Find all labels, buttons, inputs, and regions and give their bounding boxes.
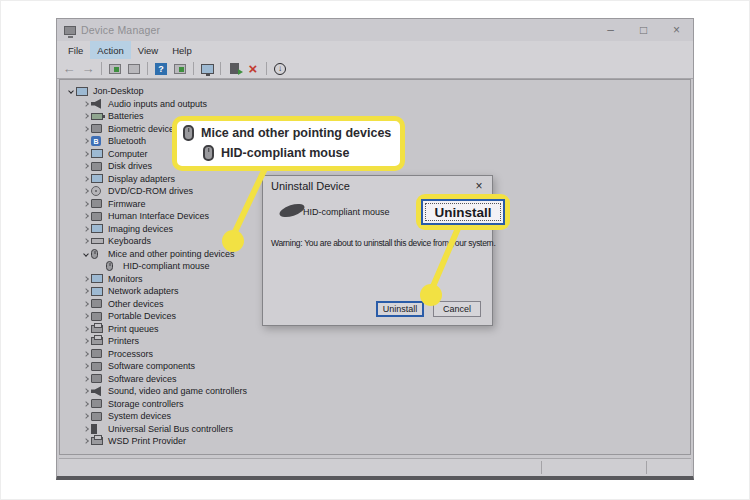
tree-item-label: Human Interface Devices: [106, 211, 209, 221]
forward-icon[interactable]: →: [80, 61, 96, 77]
chevron-right-icon[interactable]: [81, 127, 91, 131]
menu-action[interactable]: Action: [90, 41, 130, 59]
uninstall-icon[interactable]: ×: [245, 61, 261, 77]
chevron-right-icon[interactable]: [81, 377, 91, 381]
maximize-button[interactable]: □: [627, 19, 660, 41]
tree-item-storage-controllers[interactable]: Storage controllers: [60, 398, 690, 411]
cancel-button[interactable]: Cancel: [433, 301, 481, 317]
chevron-right-icon[interactable]: [81, 414, 91, 418]
back-icon[interactable]: ←: [61, 61, 77, 77]
software-icon: [91, 362, 106, 371]
chevron-down-icon[interactable]: [81, 252, 91, 256]
tree-item-audio-inputs-and-outputs[interactable]: Audio inputs and outputs: [60, 98, 690, 111]
chevron-right-icon[interactable]: [81, 339, 91, 343]
biometric-icon: [91, 124, 106, 133]
monitor-icon: [91, 149, 106, 158]
chevron-right-icon[interactable]: [81, 427, 91, 431]
callout-category-label: Mice and other pointing devices: [201, 126, 391, 140]
uninstall-button-callout: Uninstall: [416, 194, 510, 230]
dialog-device-name: HID-compliant mouse: [303, 207, 390, 217]
chevron-right-icon[interactable]: [81, 227, 91, 231]
chevron-down-icon[interactable]: [66, 89, 76, 93]
chevron-right-icon[interactable]: [81, 239, 91, 243]
export-icon[interactable]: [126, 61, 142, 77]
chevron-right-icon[interactable]: [81, 302, 91, 306]
chevron-right-icon[interactable]: [81, 139, 91, 143]
tree-item-universal-serial-bus-controllers[interactable]: Universal Serial Bus controllers: [60, 423, 690, 436]
console-icon[interactable]: [107, 61, 123, 77]
chevron-right-icon[interactable]: [81, 214, 91, 218]
printer-icon: [91, 337, 106, 345]
display-icon: [91, 174, 106, 183]
tree-item-label: Software devices: [106, 374, 177, 384]
portable-icon: [91, 312, 106, 321]
update-driver-icon[interactable]: [226, 61, 242, 77]
tree-item-label: HID-compliant mouse: [121, 261, 210, 271]
menu-file[interactable]: File: [61, 41, 90, 59]
tree-item-printers[interactable]: Printers: [60, 335, 690, 348]
chevron-right-icon[interactable]: [81, 102, 91, 106]
menu-bar: FileActionViewHelp: [57, 41, 693, 59]
chevron-right-icon[interactable]: [81, 327, 91, 331]
tree-item-system-devices[interactable]: System devices: [60, 410, 690, 423]
chevron-right-icon[interactable]: [81, 364, 91, 368]
help-icon[interactable]: ?: [153, 61, 169, 77]
toolbar-separator: [147, 62, 148, 75]
tree-item-jon-desktop[interactable]: Jon-Desktop: [60, 85, 690, 98]
tree-item-label: WSD Print Provider: [106, 436, 186, 446]
scan-icon[interactable]: [199, 61, 215, 77]
properties-icon[interactable]: [172, 61, 188, 77]
chevron-right-icon[interactable]: [81, 114, 91, 118]
sound-icon: [91, 386, 106, 396]
tree-item-wsd-print-provider[interactable]: WSD Print Provider: [60, 435, 690, 448]
menu-help[interactable]: Help: [165, 41, 199, 59]
toolbar: ←→?×↓: [57, 59, 693, 79]
disable-icon[interactable]: ↓: [272, 61, 288, 77]
dialog-title-bar: Uninstall Device ×: [263, 176, 492, 196]
chevron-right-icon[interactable]: [81, 389, 91, 393]
toolbar-separator: [193, 62, 194, 75]
uninstall-button-enlarged[interactable]: Uninstall: [421, 199, 505, 225]
tree-item-label: Bluetooth: [106, 136, 146, 146]
chevron-right-icon[interactable]: [81, 402, 91, 406]
firmware-icon: [91, 199, 106, 208]
uninstall-button[interactable]: Uninstall: [376, 301, 424, 317]
hid-icon: [91, 212, 106, 221]
status-bar: [59, 458, 691, 476]
chevron-right-icon[interactable]: [81, 189, 91, 193]
computer-icon: [76, 87, 91, 96]
tree-item-label: Printers: [106, 336, 139, 346]
tree-callout: Mice and other pointing devices HID-comp…: [172, 116, 405, 171]
dialog-warning-text: Warning: You are about to uninstall this…: [271, 238, 495, 248]
minimize-button[interactable]: –: [594, 19, 627, 41]
tree-item-label: Audio inputs and outputs: [106, 99, 207, 109]
tree-item-sound-video-and-game-controllers[interactable]: Sound, video and game controllers: [60, 385, 690, 398]
tree-item-software-components[interactable]: Software components: [60, 360, 690, 373]
software-icon: [91, 374, 106, 383]
tree-item-software-devices[interactable]: Software devices: [60, 373, 690, 386]
chevron-right-icon[interactable]: [81, 152, 91, 156]
chevron-right-icon[interactable]: [81, 277, 91, 281]
tree-item-label: Biometric devices: [106, 124, 179, 134]
chevron-right-icon[interactable]: [81, 314, 91, 318]
chevron-right-icon[interactable]: [81, 439, 91, 443]
chevron-right-icon[interactable]: [81, 177, 91, 181]
tree-item-processors[interactable]: Processors: [60, 348, 690, 361]
mouse-device-icon: [278, 201, 306, 219]
toolbar-separator: [220, 62, 221, 75]
imaging-icon: [91, 224, 106, 233]
tree-item-label: Firmware: [106, 199, 146, 209]
printer-icon: [91, 325, 106, 333]
toolbar-separator: [101, 62, 102, 75]
dialog-close-icon[interactable]: ×: [466, 176, 492, 196]
mouse-icon: [203, 145, 214, 161]
close-button[interactable]: ×: [660, 19, 693, 41]
network-icon: [91, 287, 106, 296]
tree-item-label: Network adapters: [106, 286, 179, 296]
chevron-right-icon[interactable]: [81, 164, 91, 168]
menu-view[interactable]: View: [131, 41, 165, 59]
battery-icon: [91, 113, 106, 120]
chevron-right-icon[interactable]: [81, 352, 91, 356]
chevron-right-icon[interactable]: [81, 202, 91, 206]
chevron-right-icon[interactable]: [81, 289, 91, 293]
